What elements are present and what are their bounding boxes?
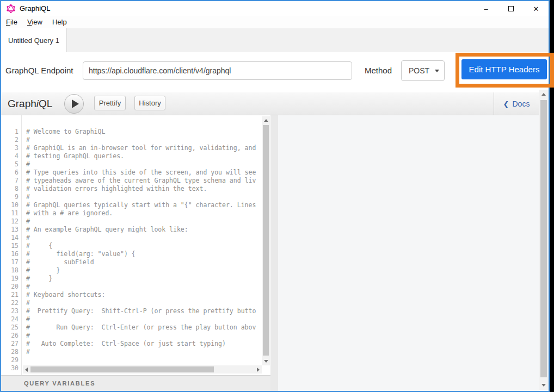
line-number: 20 <box>1 283 19 291</box>
pane-divider[interactable] <box>270 115 278 391</box>
code-line[interactable]: # <box>26 283 262 291</box>
code-line[interactable]: # <box>26 299 262 307</box>
logo-part-ql: QL <box>39 98 52 109</box>
editor-gutter: 1234567891011121314151617181920212223242… <box>1 115 22 375</box>
line-number: 5 <box>1 160 19 169</box>
prettify-button[interactable]: Prettify <box>94 96 126 110</box>
maximize-button[interactable] <box>498 1 524 16</box>
line-number: 30 <box>1 364 19 372</box>
code-line[interactable]: # GraphiQL is an in-browser tool for wri… <box>26 144 262 152</box>
code-line[interactable]: # validation errors highlighted within t… <box>26 185 262 193</box>
close-icon: ✕ <box>533 5 539 13</box>
line-number: 25 <box>1 323 19 332</box>
code-line[interactable]: # with a # are ignored. <box>26 209 262 217</box>
history-button[interactable]: History <box>134 96 165 110</box>
scroll-down-icon[interactable] <box>541 384 546 387</box>
line-number: 11 <box>1 209 19 217</box>
code-area[interactable]: # Welcome to GraphiQL## GraphiQL is an i… <box>26 128 262 374</box>
method-dropdown[interactable]: POST <box>401 60 445 81</box>
code-line[interactable]: # <box>26 217 262 226</box>
code-line[interactable]: # <box>26 160 262 169</box>
line-number: 14 <box>1 234 19 242</box>
line-number: 8 <box>1 185 19 193</box>
query-editor-pane[interactable]: 1234567891011121314151617181920212223242… <box>1 115 270 391</box>
menu-bar: FileViewHelp <box>1 16 549 28</box>
result-pane <box>278 115 539 391</box>
edit-http-headers-button[interactable]: Edit HTTP Headers <box>461 59 547 79</box>
line-number: 10 <box>1 201 19 209</box>
endpoint-url-input[interactable] <box>83 61 352 80</box>
scroll-down-icon[interactable] <box>264 360 268 363</box>
code-line[interactable]: # Run Query: Ctrl-Enter (or press the pl… <box>26 323 262 332</box>
editor-hscroll-thumb[interactable] <box>30 366 214 372</box>
docs-button[interactable]: ❮ Docs <box>494 92 539 115</box>
line-number: 2 <box>1 136 19 144</box>
line-number: 3 <box>1 144 19 152</box>
code-line[interactable]: # Type queries into this side of the scr… <box>26 169 262 177</box>
docs-label: Docs <box>513 99 530 108</box>
code-line[interactable]: # <box>26 348 262 356</box>
editor-horizontal-scrollbar[interactable] <box>23 365 262 374</box>
code-line[interactable]: # typeaheads aware of the current GraphQ… <box>26 177 262 185</box>
line-number: 17 <box>1 258 19 266</box>
endpoint-label: GraphQL Endpoint <box>5 61 73 80</box>
code-line[interactable]: # An example GraphQL query might look li… <box>26 226 262 234</box>
query-variables-label: QUERY VARIABLES <box>24 380 95 387</box>
code-line[interactable]: # <box>26 193 262 201</box>
window-title: GraphiQL <box>20 1 50 16</box>
code-line[interactable]: # subField <box>26 258 262 266</box>
scroll-left-icon[interactable] <box>25 368 28 372</box>
tab-label: Untitled Query 1 <box>8 36 59 45</box>
close-button[interactable]: ✕ <box>524 1 549 16</box>
editor-vscroll-thumb[interactable] <box>263 125 269 356</box>
code-line[interactable]: # } <box>26 266 262 275</box>
line-number: 21 <box>1 291 19 299</box>
code-line[interactable]: # <box>26 315 262 323</box>
code-line[interactable]: # <box>26 234 262 242</box>
query-variables-bar[interactable]: QUERY VARIABLES <box>1 375 270 391</box>
line-number: 24 <box>1 315 19 323</box>
window-controls: – ✕ <box>473 1 549 16</box>
scroll-up-icon[interactable] <box>264 119 268 122</box>
code-line[interactable]: # { <box>26 242 262 250</box>
menu-item-help[interactable]: Help <box>47 16 72 28</box>
graphql-logo-icon <box>7 4 15 13</box>
menu-item-view[interactable]: View <box>22 16 47 28</box>
code-line[interactable]: # Keyboard shortcuts: <box>26 291 262 299</box>
line-number: 29 <box>1 356 19 364</box>
code-line[interactable]: # Prettify Query: Shift-Ctrl-P (or press… <box>26 307 262 315</box>
scroll-right-icon[interactable] <box>257 368 260 372</box>
code-line[interactable]: # <box>26 332 262 340</box>
line-number: 26 <box>1 332 19 340</box>
line-number: 6 <box>1 169 19 177</box>
code-line[interactable]: # testing GraphQL queries. <box>26 152 262 160</box>
play-icon <box>72 99 79 108</box>
window-vertical-scrollbar[interactable] <box>539 90 549 390</box>
method-label: Method <box>365 61 392 80</box>
scroll-up-icon[interactable] <box>541 93 546 96</box>
editor-vertical-scrollbar[interactable] <box>262 116 270 365</box>
line-number: 18 <box>1 266 19 275</box>
line-number: 28 <box>1 348 19 356</box>
tab-untitled-query-1[interactable]: Untitled Query 1 <box>1 28 67 52</box>
dropdown-caret-icon <box>435 70 439 72</box>
line-number: 15 <box>1 242 19 250</box>
line-number: 9 <box>1 193 19 201</box>
code-line[interactable]: # } <box>26 275 262 283</box>
line-number: 12 <box>1 217 19 226</box>
line-number: 1 <box>1 128 19 136</box>
title-bar[interactable]: GraphiQL – ✕ <box>1 1 549 16</box>
method-selected-value: POST <box>409 66 429 75</box>
line-number: 13 <box>1 226 19 234</box>
run-query-button[interactable] <box>64 94 84 114</box>
code-line[interactable]: # GraphQL queries typically start with a… <box>26 201 262 209</box>
minimize-icon: – <box>484 5 488 13</box>
code-line[interactable]: # Welcome to GraphiQL <box>26 128 262 136</box>
code-line[interactable]: # <box>26 136 262 144</box>
minimize-button[interactable]: – <box>473 1 498 16</box>
window-vscroll-thumb[interactable] <box>540 100 547 377</box>
menu-item-file[interactable]: File <box>1 16 22 28</box>
code-line[interactable]: # Auto Complete: Ctrl-Space (or just sta… <box>26 340 262 348</box>
code-line[interactable] <box>26 356 262 364</box>
code-line[interactable]: # field(arg: "value") { <box>26 250 262 258</box>
